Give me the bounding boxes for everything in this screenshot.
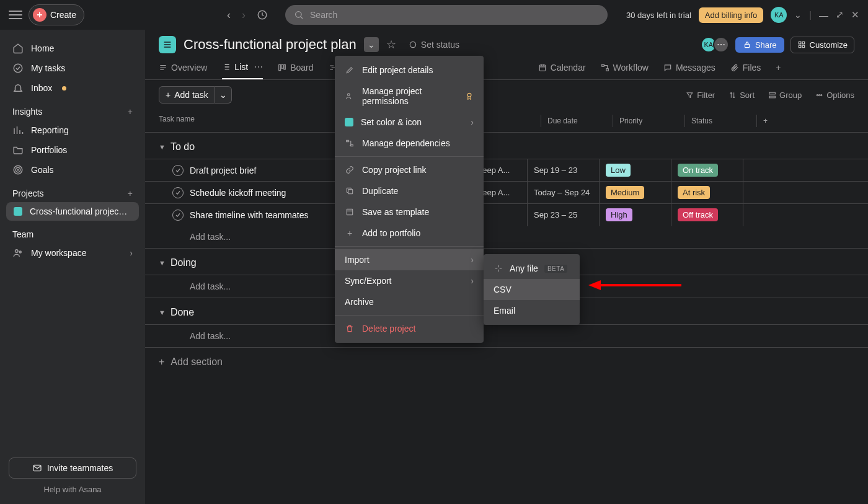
list-icon [159,63,167,72]
create-button[interactable]: + Create [29,4,84,25]
menu-delete-project[interactable]: Delete project [335,318,484,339]
check-circle-icon [12,63,24,74]
sidebar-label: My workspace [31,248,86,258]
table-row[interactable]: Share timeline with teammates Sep 23 – 2… [145,203,868,226]
options-button[interactable]: Options [815,91,854,100]
add-task-button[interactable]: +Add task [159,86,215,104]
menu-add-portfolio[interactable]: +Add to portfolio [335,223,484,244]
tab-files[interactable]: Files [730,62,761,79]
menu-manage-permissions[interactable]: Manage project permissions [335,81,484,112]
sidebar-item-project[interactable]: Cross-functional project p... [6,202,139,221]
svg-point-2 [14,64,22,73]
menu-sync-export[interactable]: Sync/Export› [335,270,484,291]
table-row[interactable]: Schedule kickoff meeting arandeep A... T… [145,181,868,203]
sidebar-item-portfolios[interactable]: Portfolios [0,140,145,160]
cell-status[interactable]: Off track [671,204,743,226]
add-task-dropdown[interactable]: ⌄ [215,86,232,104]
svg-rect-12 [802,42,805,44]
minimize-icon[interactable]: — [819,10,828,20]
add-column-button[interactable]: + [756,115,776,127]
add-section-button[interactable]: +Add section [145,348,868,376]
menu-archive[interactable]: Archive [335,291,484,312]
tab-board[interactable]: Board [278,62,313,79]
add-task-row[interactable]: Add task... [145,324,868,347]
cell-priority[interactable]: Low [599,159,671,182]
tab-overview[interactable]: Overview [159,62,207,79]
check-icon[interactable] [172,210,184,221]
table-row[interactable]: Draft project brief arandeep A... Sep 19… [145,159,868,181]
more-icon[interactable]: ⋯ [254,62,263,72]
sidebar-item-home[interactable]: Home [0,38,145,58]
tab-messages[interactable]: Messages [663,62,715,79]
cell-due[interactable]: Sep 23 – 25 [527,204,599,226]
check-icon[interactable] [172,187,184,198]
menu-import[interactable]: Import› [335,249,484,270]
search-input[interactable]: Search [285,5,608,25]
tab-calendar[interactable]: Calendar [538,62,586,79]
menu-save-template[interactable]: Save as template [335,201,484,223]
filter-icon [686,91,694,99]
task-name: Share timeline with teammates [190,210,308,220]
col-head-due[interactable]: Due date [541,115,613,127]
chevron-down-icon[interactable]: ⌄ [794,10,802,20]
submenu-email[interactable]: Email [484,300,580,321]
task-name: Schedule kickoff meeting [190,188,286,198]
plus-icon[interactable]: + [128,188,133,198]
sidebar-item-workspace[interactable]: My workspace › [0,243,145,263]
tab-list[interactable]: List⋯ [222,62,263,79]
share-button[interactable]: Share [735,37,784,53]
paperclip-icon [730,63,739,72]
calendar-icon [538,63,547,72]
history-icon[interactable] [257,9,268,20]
project-title: Cross-functional project plan [184,37,356,53]
menu-edit-details[interactable]: Edit project details [335,60,484,81]
hamburger-icon[interactable] [9,8,22,22]
customize-button[interactable]: Customize [790,37,854,53]
tab-workflow[interactable]: Workflow [601,62,649,79]
plus-icon[interactable]: + [128,107,133,117]
menu-duplicate[interactable]: Duplicate [335,180,484,201]
group-button[interactable]: Group [768,91,802,100]
cell-priority[interactable]: Medium [599,182,671,204]
cell-due[interactable]: Sep 19 – 23 [527,159,599,182]
project-menu-button[interactable]: ⌄ [364,37,379,52]
col-head-status[interactable]: Status [684,115,756,127]
menu-copy-link[interactable]: Copy project link [335,159,484,180]
sort-button[interactable]: Sort [728,91,755,100]
svg-rect-19 [601,64,604,67]
add-task-row[interactable]: Add task... [145,226,868,248]
svg-point-9 [410,42,415,47]
nav-fwd-icon[interactable]: › [242,9,246,22]
cell-status[interactable]: On track [671,159,743,182]
sidebar-item-inbox[interactable]: Inbox [0,78,145,98]
sidebar-item-mytasks[interactable]: My tasks [0,58,145,78]
sidebar-label: Home [31,43,54,53]
col-head-priority[interactable]: Priority [613,115,684,127]
more-members-icon[interactable]: ⋯ [713,37,729,53]
add-billing-button[interactable]: Add billing info [699,7,764,23]
sidebar-item-goals[interactable]: Goals [0,160,145,180]
submenu-any-file[interactable]: Any file BETA [484,258,580,279]
set-status-button[interactable]: Set status [409,40,459,50]
sidebar-item-reporting[interactable]: Reporting [0,120,145,140]
chevron-right-icon: › [471,255,474,265]
invite-button[interactable]: Invite teammates [9,458,136,479]
cell-status[interactable]: At risk [671,182,743,204]
close-icon[interactable]: ✕ [851,9,859,20]
cell-priority[interactable]: High [599,204,671,226]
nav-back-icon[interactable]: ‹ [227,9,231,22]
cell-due[interactable]: Today – Sep 24 [527,182,599,204]
add-tab-button[interactable]: + [776,62,781,79]
help-link[interactable]: Help with Asana [9,479,136,495]
check-icon[interactable] [172,165,184,176]
menu-dependencies[interactable]: Manage dependencies [335,133,484,154]
menu-set-color[interactable]: Set color & icon› [335,112,484,133]
section-todo[interactable]: ▼To do [145,133,868,159]
restore-icon[interactable]: ⤢ [836,9,844,20]
filter-button[interactable]: Filter [686,91,715,100]
user-avatar[interactable]: KA [771,7,787,23]
submenu-csv[interactable]: CSV [484,279,580,300]
message-icon [663,63,672,72]
star-icon[interactable]: ☆ [386,38,396,51]
people-icon [12,247,24,259]
